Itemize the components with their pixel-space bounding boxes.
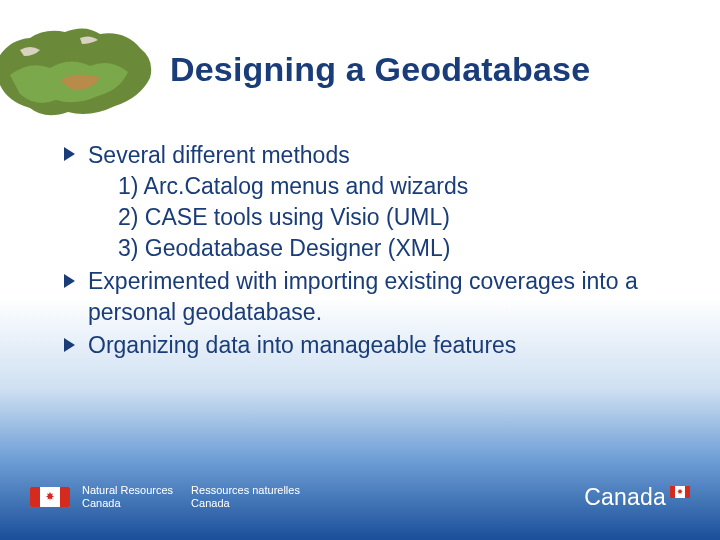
- canada-flag-small-icon: [670, 486, 690, 498]
- sub-line: 3) Geodatabase Designer (XML): [88, 233, 678, 264]
- dept-fr-line1: Ressources naturelles: [191, 484, 300, 497]
- bullet-item: Organizing data into manageable features: [58, 330, 678, 361]
- wordmark-text: Canada: [584, 484, 666, 511]
- footer: Natural Resources Canada Ressources natu…: [0, 472, 720, 522]
- slide-body: Several different methods 1) Arc.Catalog…: [58, 140, 678, 363]
- footer-government-signature: Natural Resources Canada Ressources natu…: [30, 484, 300, 510]
- bullet-text: Organizing data into manageable features: [88, 332, 516, 358]
- bullet-item: Several different methods 1) Arc.Catalog…: [58, 140, 678, 264]
- bullet-text: Several different methods: [88, 142, 350, 168]
- canada-map-icon: [0, 20, 160, 130]
- bullet-item: Experimented with importing existing cov…: [58, 266, 678, 328]
- dept-fr-line2: Canada: [191, 497, 300, 510]
- sub-line: 1) Arc.Catalog menus and wizards: [88, 171, 678, 202]
- canada-wordmark: Canada: [584, 484, 690, 511]
- maple-leaf-icon: [676, 488, 684, 496]
- canada-flag-icon: [30, 487, 70, 507]
- bullet-text: Experimented with importing existing cov…: [88, 268, 638, 325]
- dept-en-line2: Canada: [82, 497, 173, 510]
- department-name: Natural Resources Canada Ressources natu…: [82, 484, 300, 510]
- slide: Designing a Geodatabase Several differen…: [0, 0, 720, 540]
- sub-line: 2) CASE tools using Visio (UML): [88, 202, 678, 233]
- dept-en-line1: Natural Resources: [82, 484, 173, 497]
- slide-title: Designing a Geodatabase: [170, 50, 700, 89]
- maple-leaf-icon: [44, 491, 56, 503]
